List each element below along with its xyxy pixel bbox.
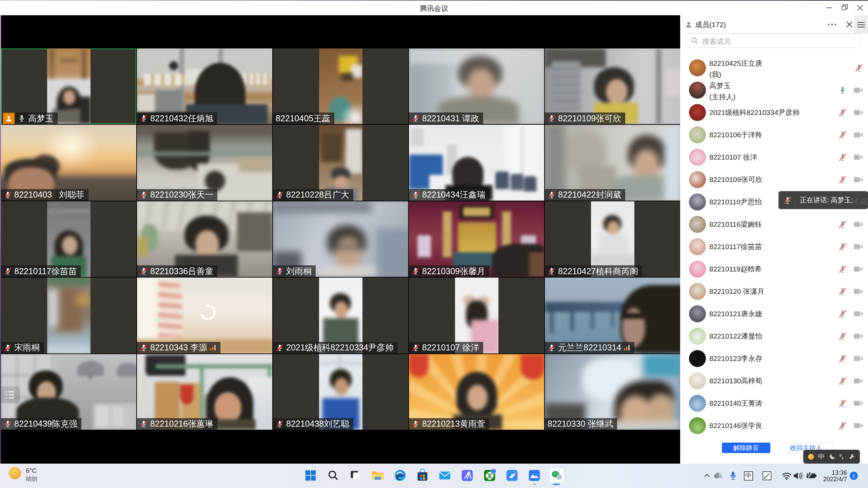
svg-text:1: 1 bbox=[493, 469, 495, 473]
